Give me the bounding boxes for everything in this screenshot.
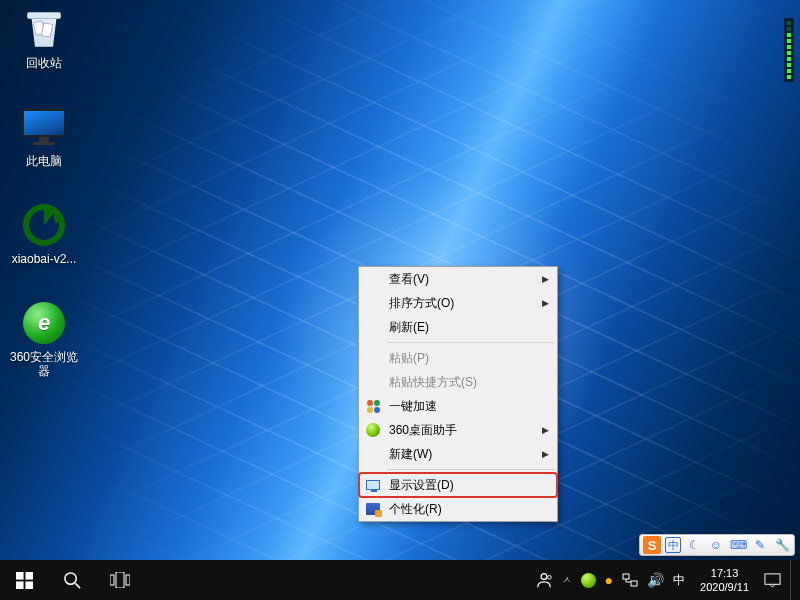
clock-date: 2020/9/11 [700,580,749,594]
windows-logo-icon [16,572,33,589]
menu-item-label: 一键加速 [389,398,437,415]
svg-rect-12 [631,581,637,586]
start-button[interactable] [0,560,48,600]
taskbar-clock[interactable]: 17:13 2020/9/11 [694,566,755,594]
menu-item-new[interactable]: 新建(W) [359,442,557,466]
svg-point-10 [547,576,551,580]
menu-item-label: 排序方式(O) [389,295,454,312]
monitor-icon [22,109,66,145]
tray-volume-icon[interactable]: 🔊 [647,560,664,600]
menu-item-label: 粘贴(P) [389,350,429,367]
ime-tool-icon[interactable]: ✎ [751,536,769,554]
task-view-icon [110,572,130,588]
menu-item-refresh[interactable]: 刷新(E) [359,315,557,339]
clock-time: 17:13 [700,566,749,580]
personalize-icon [365,501,381,517]
menu-item-label: 刷新(E) [389,319,429,336]
menu-item-label: 个性化(R) [389,501,442,518]
ime-face-icon[interactable]: ☺ [707,536,725,554]
menu-item-speedup[interactable]: 一键加速 [359,394,557,418]
svg-point-9 [541,574,547,580]
desktop-icon-label: 回收站 [6,55,82,71]
menu-item-view[interactable]: 查看(V) [359,267,557,291]
taskbar: ㅅ ● 🔊 中 17:13 2020/9/11 [0,560,800,600]
svg-rect-8 [126,575,130,585]
menu-separator [387,342,555,343]
menu-item-personalize[interactable]: 个性化(R) [359,497,557,521]
refresh-arrow-icon [23,204,65,246]
browser-360-icon [365,422,381,438]
menu-item-label: 360桌面助手 [389,422,457,439]
ime-lang-button[interactable]: 中 [665,537,681,553]
desktop-icon-recycle-bin[interactable]: 回收站 [6,6,82,71]
svg-line-5 [75,583,80,588]
svg-rect-11 [623,574,629,579]
menu-item-paste: 粘贴(P) [359,346,557,370]
svg-rect-13 [765,573,780,583]
svg-point-4 [64,572,75,583]
desktop-icon-label: xiaobai-v2... [6,251,82,267]
browser-360-icon [581,573,596,588]
menu-item-label: 显示设置(D) [389,477,454,494]
menu-item-label: 查看(V) [389,271,429,288]
action-center-button[interactable] [764,560,781,600]
ime-keyboard-icon[interactable]: ⌨ [729,536,747,554]
desktop-icon-360-browser[interactable]: e 360安全浏览器 [6,300,82,379]
performance-meter-widget[interactable] [784,18,794,82]
tray-ime-indicator[interactable]: 中 [673,560,685,600]
desktop-context-menu: 查看(V) 排序方式(O) 刷新(E) 粘贴(P) 粘贴快捷方式(S) 一键加速… [358,266,558,522]
show-desktop-button[interactable] [790,560,796,600]
menu-item-display-settings[interactable]: 显示设置(D) [359,473,557,497]
tray-network-icon[interactable] [622,560,638,600]
svg-rect-3 [25,581,33,589]
tray-shield-icon[interactable]: ● [605,560,613,600]
desktop-icon-label: 360安全浏览器 [6,349,82,379]
search-button[interactable] [48,560,96,600]
menu-item-paste-shortcut: 粘贴快捷方式(S) [359,370,557,394]
task-view-button[interactable] [96,560,144,600]
desktop-icon-label: 此电脑 [6,153,82,169]
ime-settings-icon[interactable]: 🔧 [773,536,791,554]
speedup-icon [365,398,381,414]
ime-toolbar[interactable]: S 中 ☾ ☺ ⌨ ✎ 🔧 [639,534,795,556]
menu-item-label: 粘贴快捷方式(S) [389,374,477,391]
search-icon [63,571,82,590]
desktop[interactable]: 回收站 此电脑 xiaobai-v2... e 360安全浏览器 查看(V) 排… [0,0,800,560]
menu-separator [387,469,555,470]
browser-360-icon: e [23,302,65,344]
tray-people-button[interactable] [535,560,553,600]
network-icon [622,572,638,588]
svg-rect-7 [116,572,124,588]
svg-rect-6 [110,575,114,585]
tray-overflow-button[interactable]: ㅅ [562,560,572,600]
tray-360-icon[interactable] [581,560,596,600]
svg-rect-1 [25,572,33,580]
svg-rect-0 [16,572,24,580]
menu-item-label: 新建(W) [389,446,432,463]
people-icon [535,571,553,589]
desktop-icon-xiaobai[interactable]: xiaobai-v2... [6,202,82,267]
svg-rect-2 [16,581,24,589]
desktop-icon-this-pc[interactable]: 此电脑 [6,104,82,169]
system-tray: ㅅ ● 🔊 中 17:13 2020/9/11 [531,560,800,600]
recycle-bin-icon [24,9,64,49]
menu-item-sort[interactable]: 排序方式(O) [359,291,557,315]
notification-icon [764,572,781,589]
display-icon [365,477,381,493]
ime-moon-icon[interactable]: ☾ [685,536,703,554]
menu-item-360-helper[interactable]: 360桌面助手 [359,418,557,442]
ime-logo-icon[interactable]: S [643,536,661,554]
